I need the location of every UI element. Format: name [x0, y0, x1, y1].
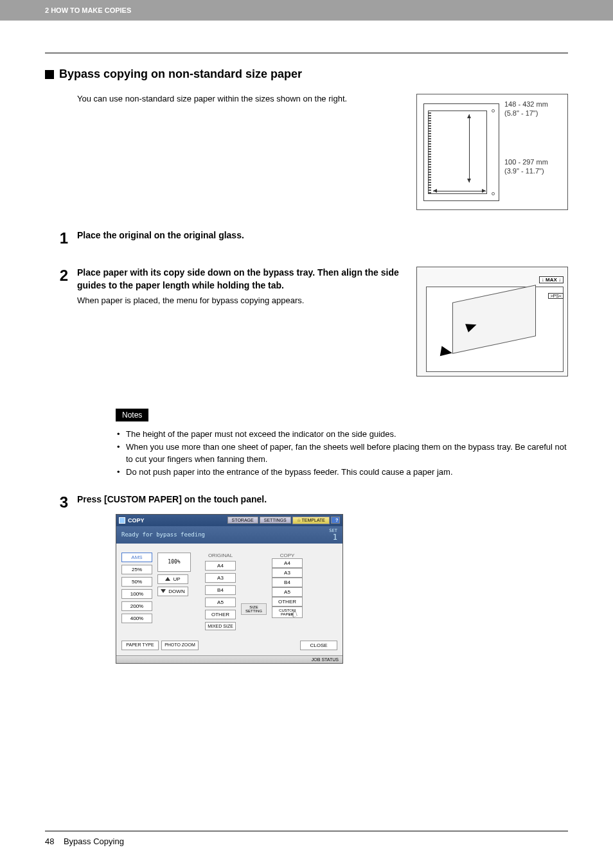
- storage-tab[interactable]: STORAGE: [227, 517, 258, 524]
- copy-b4-button[interactable]: B4: [272, 578, 303, 587]
- note-item: When you use more than one sheet of pape…: [116, 441, 568, 466]
- original-a4-button[interactable]: A4: [205, 561, 236, 571]
- divider: [45, 53, 568, 53]
- mixed-size-button[interactable]: MIXED SIZE: [205, 622, 236, 630]
- step-2-title: Place paper with its copy side down on t…: [77, 267, 404, 292]
- template-tab[interactable]: ☆ TEMPLATE: [292, 517, 330, 524]
- paper-type-button[interactable]: PAPER TYPE: [121, 641, 159, 650]
- note-item: The height of the paper must not exceed …: [116, 428, 568, 441]
- zoom-400-button[interactable]: 400%: [121, 614, 152, 623]
- zoom-200-button[interactable]: 200%: [121, 601, 152, 611]
- status-text: Ready for bypass feeding: [121, 531, 205, 538]
- max-label: ↓ MAX ↓: [539, 276, 564, 283]
- copy-other-button[interactable]: OTHER: [272, 597, 303, 607]
- step-1-title: Place the original on the original glass…: [77, 229, 568, 242]
- height-mm: 100 - 297 mm: [504, 158, 548, 166]
- width-mm: 148 - 432 mm: [504, 100, 548, 108]
- chapter-label: 2 HOW TO MAKE COPIES: [45, 6, 131, 14]
- touch-panel-screenshot: COPY STORAGE SETTINGS ☆ TEMPLATE ? Ready…: [116, 514, 343, 664]
- original-b4-button[interactable]: B4: [205, 585, 236, 595]
- original-a5-button[interactable]: A5: [205, 598, 236, 607]
- original-a3-button[interactable]: A3: [205, 573, 236, 583]
- step-2-number: 2: [45, 267, 68, 285]
- bypass-tray-diagram: ↓ MAX ↓ >PS<: [416, 267, 568, 376]
- chapter-header: 2 HOW TO MAKE COPIES: [0, 0, 613, 21]
- original-other-button[interactable]: OTHER: [205, 610, 236, 619]
- size-setting-button[interactable]: SIZE SETTING: [241, 603, 267, 615]
- chevron-down-icon: [161, 589, 166, 593]
- mode-label: COPY: [128, 517, 145, 524]
- ams-button[interactable]: AMS: [121, 553, 152, 562]
- intro-text: You can use non-standard size paper with…: [77, 94, 347, 103]
- step-3-title: Press [CUSTOM PAPER] on the touch panel.: [77, 493, 568, 506]
- notes-heading: Notes: [116, 409, 148, 421]
- section-heading: Bypass copying on non-standard size pape…: [45, 67, 568, 81]
- ps-label: >PS<: [548, 293, 564, 299]
- help-button[interactable]: ?: [331, 517, 340, 524]
- height-in: (3.9" - 11.7"): [504, 167, 544, 175]
- chevron-up-icon: [165, 577, 170, 581]
- settings-tab[interactable]: SETTINGS: [260, 517, 291, 524]
- zoom-25-button[interactable]: 25%: [121, 565, 152, 574]
- zoom-up-button[interactable]: UP: [157, 574, 188, 584]
- notes-list: The height of the paper must not exceed …: [116, 428, 568, 478]
- zoom-down-button[interactable]: DOWN: [157, 587, 188, 596]
- copy-label: COPY: [272, 553, 303, 558]
- copy-a3-button[interactable]: A3: [272, 568, 303, 578]
- photo-zoom-button[interactable]: PHOTO ZOOM: [161, 641, 199, 650]
- square-bullet-icon: [45, 70, 54, 79]
- width-in: (5.8" - 17"): [504, 109, 538, 117]
- copy-a5-button[interactable]: A5: [272, 587, 303, 597]
- job-status-bar[interactable]: JOB STATUS: [116, 655, 342, 663]
- size-diagram: 148 - 432 mm (5.8" - 17") 100 - 297 mm (…: [416, 94, 568, 210]
- footer-text: 48 Bypass Copying: [45, 837, 568, 846]
- section-title: Bypass copying on non-standard size pape…: [59, 67, 302, 81]
- original-label: ORIGINAL: [205, 553, 236, 558]
- footer-title: Bypass Copying: [64, 837, 124, 846]
- step-3-number: 3: [45, 493, 68, 511]
- footer-divider: [45, 831, 568, 831]
- panel-header: COPY STORAGE SETTINGS ☆ TEMPLATE ?: [116, 515, 342, 526]
- note-item: Do not push paper into the entrance of t…: [116, 466, 568, 479]
- status-bar: Ready for bypass feeding SET1: [116, 526, 342, 544]
- zoom-100-button[interactable]: 100%: [121, 589, 152, 599]
- close-button[interactable]: CLOSE: [300, 641, 337, 650]
- page-number: 48: [45, 837, 54, 846]
- step-2-body: When paper is placed, the menu for bypas…: [77, 296, 404, 305]
- step-1-number: 1: [45, 229, 68, 247]
- copy-a4-button[interactable]: A4: [272, 558, 303, 568]
- copy-icon: [119, 517, 125, 524]
- zoom-50-button[interactable]: 50%: [121, 577, 152, 587]
- arrow-icon: [440, 346, 454, 359]
- current-zoom: 100%: [157, 553, 191, 572]
